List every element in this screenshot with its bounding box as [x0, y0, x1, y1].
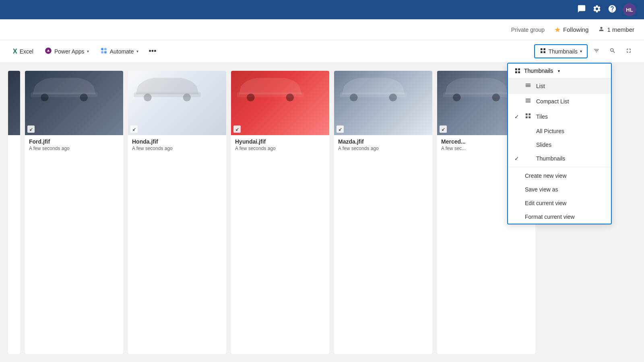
svg-point-10: [183, 94, 191, 102]
tile-partial[interactable]: [8, 71, 20, 354]
following-button[interactable]: ★ Following: [554, 25, 588, 34]
group-info: Private group ★ Following 1 member: [511, 25, 634, 34]
automate-chevron: ▾: [136, 49, 138, 53]
svg-point-15: [350, 94, 358, 102]
svg-point-12: [247, 94, 255, 102]
svg-point-6: [41, 94, 49, 102]
dropdown-item-compact-list[interactable]: Compact List: [508, 94, 611, 109]
format-current-view-label: Format current view: [525, 214, 575, 220]
chat-icon[interactable]: [577, 4, 586, 15]
tile-merced-icon: ↙: [440, 125, 447, 133]
thumbnails-chevron: ▾: [580, 49, 582, 53]
svg-point-13: [286, 94, 294, 102]
dropdown-edit-current-view[interactable]: Edit current view: [508, 196, 611, 210]
dropdown-save-view-as[interactable]: Save view as: [508, 183, 611, 196]
private-group-label: Private group: [511, 27, 545, 33]
svg-rect-2: [104, 48, 107, 50]
excel-icon: X: [13, 48, 17, 55]
svg-point-16: [389, 94, 397, 102]
tile-hyundai-info: Hyundai.jfif A few seconds ago: [231, 135, 329, 155]
dropdown-item-all-pictures[interactable]: All Pictures: [508, 124, 611, 138]
following-label: Following: [563, 26, 588, 33]
tiles-check: ✓: [514, 113, 521, 120]
star-icon: ★: [554, 25, 561, 34]
power-apps-button[interactable]: Power Apps ▾: [40, 45, 94, 58]
view-dropdown-menu: Thumbnails ▾ List Compact List ✓ Tiles: [507, 63, 612, 224]
help-icon[interactable]: [608, 4, 617, 15]
all-pictures-label: All Pictures: [536, 128, 564, 134]
power-apps-icon: [45, 47, 52, 56]
automate-button[interactable]: Automate ▾: [95, 45, 143, 58]
excel-button[interactable]: X Excel: [8, 45, 38, 58]
svg-point-19: [492, 94, 500, 102]
create-new-view-label: Create new view: [525, 173, 567, 179]
tile-honda[interactable]: ↙ Honda.jfif A few seconds ago: [128, 71, 226, 354]
tile-hyundai-image: ↙: [231, 71, 329, 135]
svg-rect-3: [101, 51, 103, 53]
automate-label: Automate: [110, 48, 134, 55]
tile-ford-name: Ford.jfif: [29, 138, 119, 145]
dropdown-divider: [508, 167, 611, 167]
thumbnails-button[interactable]: Thumbnails ▾: [534, 44, 588, 58]
tile-ford-info: Ford.jfif A few seconds ago: [25, 135, 123, 155]
tile-ford-image: ↙: [25, 71, 123, 135]
tile-honda-name: Honda.jfif: [132, 138, 222, 145]
more-button[interactable]: •••: [145, 45, 161, 58]
list-label: List: [536, 83, 545, 89]
tile-ford-date: A few seconds ago: [29, 146, 119, 151]
dropdown-item-slides[interactable]: Slides: [508, 138, 611, 152]
toolbar: X Excel Power Apps ▾ Automate ▾ •••: [0, 40, 644, 63]
automate-icon: [100, 47, 107, 56]
tile-hyundai[interactable]: ↙ Hyundai.jfif A few seconds ago: [231, 71, 329, 354]
filter-button[interactable]: [589, 45, 604, 58]
tiles-label: Tiles: [536, 113, 548, 120]
dropdown-item-tiles[interactable]: ✓ Tiles: [508, 109, 611, 124]
tile-honda-icon: ↙: [130, 125, 138, 133]
svg-point-7: [80, 94, 88, 102]
tile-mazda-icon: ↙: [336, 125, 344, 133]
tile-honda-image: ↙: [128, 71, 226, 135]
main-content: ↙ Ford.jfif A few seconds ago ↙ Honda.jf…: [0, 63, 644, 362]
tile-hyundai-name: Hyundai.jfif: [235, 138, 325, 145]
thumbnails-label: Thumbnails: [549, 48, 578, 55]
search-button[interactable]: [605, 45, 620, 58]
slides-label: Slides: [536, 142, 551, 148]
toolbar-right: Thumbnails ▾: [534, 44, 636, 58]
dropdown-header[interactable]: Thumbnails ▾: [508, 64, 611, 78]
tile-mazda-name: Mazda.jfif: [338, 138, 428, 145]
tile-mazda-date: A few seconds ago: [338, 146, 428, 151]
top-bar: HL: [0, 0, 644, 19]
group-bar: Private group ★ Following 1 member: [0, 19, 644, 40]
save-view-as-label: Save view as: [525, 186, 558, 193]
list-icon: [525, 82, 532, 90]
svg-rect-1: [101, 48, 103, 50]
tile-mazda[interactable]: ↙ Mazda.jfif A few seconds ago: [334, 71, 432, 354]
power-apps-label: Power Apps: [54, 48, 85, 55]
dropdown-item-list[interactable]: List: [508, 78, 611, 94]
tile-ford-icon: ↙: [27, 125, 35, 133]
tile-ford[interactable]: ↙ Ford.jfif A few seconds ago: [25, 71, 123, 354]
svg-rect-4: [104, 51, 107, 53]
dropdown-header-chevron: ▾: [558, 69, 560, 73]
dropdown-format-current-view[interactable]: Format current view: [508, 210, 611, 224]
tile-mazda-image: ↙: [334, 71, 432, 135]
settings-icon[interactable]: [592, 4, 601, 15]
dropdown-create-new-view[interactable]: Create new view: [508, 169, 611, 183]
dropdown-item-thumbnails[interactable]: ✓ Thumbnails: [508, 152, 611, 165]
tile-honda-date: A few seconds ago: [132, 146, 222, 151]
expand-button[interactable]: [621, 45, 636, 58]
user-avatar[interactable]: HL: [623, 3, 636, 16]
thumbnails-grid-icon: [540, 47, 546, 55]
tile-hyundai-icon: ↙: [233, 125, 241, 133]
thumbnails-check: ✓: [514, 155, 521, 162]
members-icon: [598, 26, 605, 33]
tiles-icon: [525, 113, 532, 121]
members-info[interactable]: 1 member: [598, 26, 634, 33]
tile-hyundai-date: A few seconds ago: [235, 146, 325, 151]
thumbnails-menu-label: Thumbnails: [536, 155, 565, 162]
tile-honda-info: Honda.jfif A few seconds ago: [128, 135, 226, 155]
compact-list-icon: [525, 97, 532, 105]
dropdown-header-label: Thumbnails: [524, 68, 553, 74]
members-label: 1 member: [607, 26, 634, 33]
edit-current-view-label: Edit current view: [525, 200, 566, 206]
